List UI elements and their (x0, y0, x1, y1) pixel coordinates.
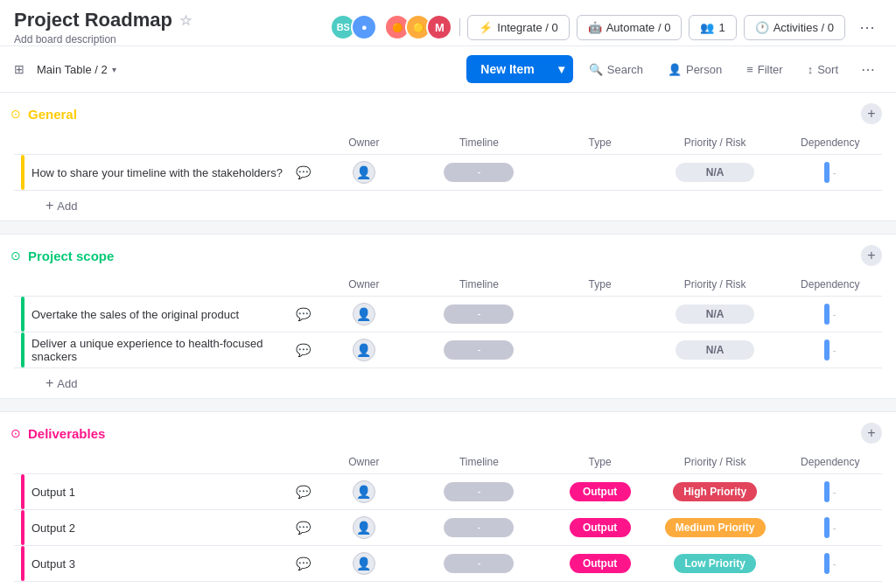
dependency-cell: - (779, 474, 882, 510)
priority-badge[interactable]: Medium Priority (665, 518, 766, 537)
dep-text: - (833, 557, 836, 570)
timeline-pill[interactable]: - (444, 518, 514, 537)
add-row-cell[interactable]: + Add (14, 368, 882, 398)
group-general-table: Owner Timeline Type Priority / Risk Depe… (0, 131, 896, 220)
sort-button[interactable]: ↕ Sort (799, 58, 847, 81)
row-item-cell: Overtake the sales of the original produ… (14, 297, 318, 332)
filter-button[interactable]: ≡ Filter (738, 58, 791, 81)
priority-badge[interactable]: N/A (676, 163, 754, 182)
new-item-arrow-icon[interactable]: ▾ (550, 55, 573, 83)
timeline-pill[interactable]: - (444, 163, 514, 182)
priority-badge[interactable]: N/A (676, 340, 754, 360)
group-general-title[interactable]: General (28, 107, 77, 122)
avatar-blue[interactable]: ● (351, 14, 377, 40)
avatar-group: BS ● (330, 14, 377, 40)
star-icon[interactable]: ☆ (179, 12, 192, 29)
group-deliverables-title[interactable]: Deliverables (28, 426, 105, 441)
header-divider (459, 18, 460, 36)
add-row-cell[interactable]: + Add (14, 191, 882, 220)
add-row-deliverables: + Add (14, 582, 882, 585)
type-cell (548, 297, 651, 332)
priority-badge[interactable]: N/A (676, 304, 754, 324)
del-col-timeline: Timeline (410, 451, 548, 474)
type-badge[interactable]: Output (570, 554, 631, 573)
main-table-button[interactable]: Main Table / 2 ▾ (28, 58, 125, 81)
toolbar-more-button[interactable]: ⋯ (854, 58, 882, 81)
group-deliverables-toggle[interactable]: ⊙ (10, 426, 21, 440)
avatar-m[interactable]: M (426, 14, 452, 40)
integrate-button[interactable]: ⚡ Integrate / 0 (467, 15, 569, 40)
group-general-header: ⊙ General + (0, 93, 896, 131)
comment-icon[interactable]: 💬 (296, 165, 311, 179)
automate-label: Automate / 0 (606, 21, 671, 34)
priority-cell: Low Priority (652, 546, 779, 582)
type-cell (548, 155, 651, 191)
header-center: BS ● 🟠 🟡 M ⚡ Integrate / 0 🤖 Automate / … (330, 14, 882, 40)
comment-icon[interactable]: 💬 (296, 307, 311, 321)
activities-button[interactable]: 🕐 Activities / 0 (744, 15, 845, 40)
timeline-pill[interactable]: - (444, 482, 514, 501)
dep-text: - (833, 344, 836, 357)
group-deliverables-add-col[interactable]: + (861, 423, 882, 444)
group-project-scope-toggle[interactable]: ⊙ (10, 248, 21, 262)
search-button[interactable]: 🔍 Search (580, 58, 652, 81)
person-icon: 👤 (668, 63, 682, 76)
add-row-cell[interactable]: + Add (14, 582, 882, 584)
timeline-pill[interactable]: - (444, 304, 514, 324)
toolbar-left: ⊞ Main Table / 2 ▾ (14, 58, 125, 81)
person-button[interactable]: 👤 Person (659, 58, 731, 81)
integrate-icon: ⚡ (479, 21, 493, 34)
row-color-bar (21, 332, 24, 368)
row-text: Deliver a unique experience to health-fo… (32, 337, 289, 363)
col-type-header: Type (548, 131, 651, 155)
scope-col-owner: Owner (318, 273, 410, 297)
dep-bar (824, 340, 830, 360)
group-deliverables-table: Owner Timeline Type Priority / Risk Depe… (0, 451, 896, 584)
invite-button[interactable]: 👥 1 (689, 15, 736, 40)
owner-avatar[interactable]: 👤 (353, 339, 375, 361)
del-col-item (14, 451, 318, 474)
header-more-button[interactable]: ⋯ (852, 14, 882, 40)
owner-avatar[interactable]: 👤 (353, 552, 375, 575)
project-title-row: Project Roadmap ☆ (14, 9, 192, 32)
priority-badge[interactable]: Low Priority (674, 554, 755, 573)
comment-icon[interactable]: 💬 (296, 343, 311, 357)
group-divider-2 (0, 398, 896, 412)
timeline-pill[interactable]: - (444, 554, 514, 573)
timeline-cell: - (410, 297, 548, 332)
dep-bar (824, 553, 830, 574)
row-text: Output 3 (32, 557, 289, 570)
person-label: Person (686, 63, 722, 76)
type-badge[interactable]: Output (570, 518, 631, 537)
invite-label: 1 (718, 21, 724, 34)
activities-icon: 🕐 (755, 21, 769, 34)
dep-bar (824, 162, 830, 183)
automate-button[interactable]: 🤖 Automate / 0 (577, 15, 682, 40)
comment-icon[interactable]: 💬 (296, 521, 311, 535)
automate-icon: 🤖 (588, 21, 602, 34)
group-project-scope-add-col[interactable]: + (861, 245, 882, 266)
timeline-cell: - (410, 546, 548, 582)
row-item-cell: How to share your timeline with the stak… (14, 155, 318, 190)
timeline-pill[interactable]: - (444, 340, 514, 360)
del-col-dependency: Dependency (779, 451, 882, 474)
priority-badge[interactable]: High Priority (673, 482, 757, 501)
dep-bar (824, 517, 830, 538)
owner-avatar[interactable]: 👤 (353, 516, 375, 539)
board-description[interactable]: Add board description (14, 33, 192, 46)
comment-icon[interactable]: 💬 (296, 556, 311, 570)
dependency-cell: - (779, 155, 882, 191)
owner-avatar[interactable]: 👤 (353, 480, 375, 503)
group-general-toggle[interactable]: ⊙ (10, 107, 21, 121)
group-general-add-col[interactable]: + (861, 103, 882, 124)
row-color-bar (21, 546, 24, 581)
owner-avatar[interactable]: 👤 (353, 303, 375, 326)
owner-cell: 👤 (318, 510, 410, 546)
group-project-scope-title[interactable]: Project scope (28, 248, 114, 263)
owner-avatar[interactable]: 👤 (353, 161, 375, 184)
type-badge[interactable]: Output (570, 482, 631, 501)
new-item-button[interactable]: New Item ▾ (466, 55, 572, 83)
scope-col-item (14, 273, 318, 297)
comment-icon[interactable]: 💬 (296, 485, 311, 499)
table-row: Output 2 💬 👤 - Output (14, 510, 882, 546)
